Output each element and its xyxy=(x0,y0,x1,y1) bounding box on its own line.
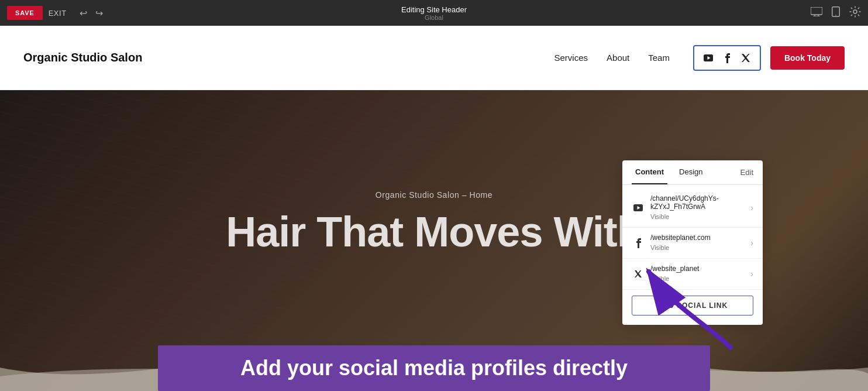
tab-design[interactable]: Design xyxy=(676,160,706,184)
twitter-url: /website_planet xyxy=(650,265,750,273)
history-controls: ↩ ↪ xyxy=(77,5,105,21)
exit-button[interactable]: EXIT xyxy=(49,9,67,18)
hero-title: Hair That Moves With xyxy=(226,209,642,255)
panel-tabs: Content Design Edit xyxy=(622,160,763,185)
tab-content[interactable]: Content xyxy=(632,160,667,184)
site-nav: Services About Team xyxy=(554,53,670,63)
facebook-icon[interactable] xyxy=(719,50,735,66)
chevron-right-icon: › xyxy=(750,238,753,248)
facebook-url: /websiteplanet.com xyxy=(650,234,750,242)
desktop-view-button[interactable] xyxy=(811,7,822,19)
facebook-status: Visible xyxy=(650,244,669,251)
social-icons-group xyxy=(693,45,761,71)
twitter-x-icon[interactable] xyxy=(738,50,754,66)
youtube-icon[interactable] xyxy=(700,50,717,66)
nav-about[interactable]: About xyxy=(607,53,629,63)
edit-label[interactable]: Edit xyxy=(740,168,753,177)
tablet-view-button[interactable] xyxy=(832,6,840,20)
twitter-panel-icon xyxy=(632,267,645,280)
twitter-item-text: /website_planet Visible xyxy=(650,265,750,283)
add-social-link-button[interactable]: ADD SOCIAL LINK xyxy=(632,296,753,315)
site-logo: Organic Studio Salon xyxy=(23,51,142,64)
chevron-right-icon: › xyxy=(750,269,753,279)
social-item-youtube[interactable]: /channel/UCy6dghYs-kZYxJ_Fh7tGrwA Visibl… xyxy=(622,188,763,228)
panel-body: /channel/UCy6dghYs-kZYxJ_Fh7tGrwA Visibl… xyxy=(622,185,763,325)
chevron-right-icon: › xyxy=(750,203,753,212)
bottom-banner-text: Add your social media profiles directly xyxy=(177,356,691,380)
site-header: Organic Studio Salon Services About Team… xyxy=(0,26,868,90)
svg-point-5 xyxy=(835,15,836,16)
hero-subtitle: Organic Studio Salon – Home xyxy=(376,190,492,200)
content-panel: Content Design Edit /channel/UCy6dghYs-k… xyxy=(622,160,763,325)
editing-title: Editing Site Header xyxy=(401,5,467,14)
toolbar: SAVE EXIT ↩ ↪ Editing Site Header Global xyxy=(0,0,868,26)
bottom-banner: Add your social media profiles directly xyxy=(158,345,710,391)
svg-rect-0 xyxy=(811,7,822,15)
toolbar-right xyxy=(811,6,861,20)
settings-icon-button[interactable] xyxy=(849,6,861,20)
svg-point-6 xyxy=(853,10,857,13)
youtube-panel-icon xyxy=(632,201,645,214)
facebook-item-text: /websiteplanet.com Visible xyxy=(650,234,750,252)
nav-services[interactable]: Services xyxy=(554,53,588,63)
redo-button[interactable]: ↪ xyxy=(93,5,105,21)
youtube-item-text: /channel/UCy6dghYs-kZYxJ_Fh7tGrwA Visibl… xyxy=(650,194,750,221)
youtube-status: Visible xyxy=(650,213,669,220)
editing-sub: Global xyxy=(401,14,467,21)
save-button[interactable]: SAVE xyxy=(7,6,43,20)
toolbar-center: Editing Site Header Global xyxy=(401,5,467,21)
nav-team[interactable]: Team xyxy=(648,53,670,63)
book-today-button[interactable]: Book Today xyxy=(770,46,845,70)
twitter-status: Visible xyxy=(650,275,669,282)
social-item-twitter[interactable]: /website_planet Visible › xyxy=(622,259,763,290)
undo-button[interactable]: ↩ xyxy=(77,5,89,21)
social-item-facebook[interactable]: /websiteplanet.com Visible › xyxy=(622,228,763,259)
youtube-url: /channel/UCy6dghYs-kZYxJ_Fh7tGrwA xyxy=(650,194,750,211)
facebook-panel-icon xyxy=(632,236,645,249)
